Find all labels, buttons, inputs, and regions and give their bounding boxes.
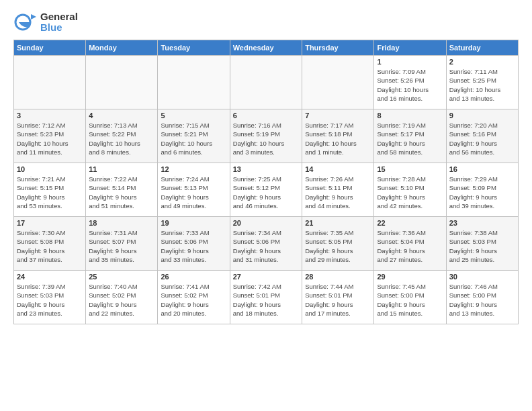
day-cell: 12Sunrise: 7:24 AMSunset: 5:13 PMDayligh… xyxy=(158,163,230,217)
day-info: Sunrise: 7:30 AMSunset: 5:08 PMDaylight:… xyxy=(17,228,83,264)
day-cell: 18Sunrise: 7:31 AMSunset: 5:07 PMDayligh… xyxy=(86,217,158,271)
day-cell: 6Sunrise: 7:16 AMSunset: 5:19 PMDaylight… xyxy=(230,109,302,163)
day-info: Sunrise: 7:19 AMSunset: 5:17 PMDaylight:… xyxy=(377,121,443,156)
day-cell: 7Sunrise: 7:17 AMSunset: 5:18 PMDaylight… xyxy=(302,109,374,163)
week-row-2: 3Sunrise: 7:12 AMSunset: 5:23 PMDaylight… xyxy=(14,109,519,163)
day-info: Sunrise: 7:25 AMSunset: 5:12 PMDaylight:… xyxy=(233,175,299,210)
day-info: Sunrise: 7:35 AMSunset: 5:05 PMDaylight:… xyxy=(305,228,371,264)
day-info: Sunrise: 7:15 AMSunset: 5:21 PMDaylight:… xyxy=(161,121,226,156)
day-info: Sunrise: 7:22 AMSunset: 5:14 PMDaylight:… xyxy=(89,175,154,210)
header: General Blue xyxy=(13,10,519,34)
day-info: Sunrise: 7:13 AMSunset: 5:22 PMDaylight:… xyxy=(89,121,154,156)
day-cell: 21Sunrise: 7:35 AMSunset: 5:05 PMDayligh… xyxy=(302,217,374,271)
day-number: 25 xyxy=(89,273,154,281)
day-info: Sunrise: 7:16 AMSunset: 5:19 PMDaylight:… xyxy=(233,121,299,156)
day-number: 9 xyxy=(449,111,515,120)
day-info: Sunrise: 7:31 AMSunset: 5:07 PMDaylight:… xyxy=(89,228,154,264)
day-info: Sunrise: 7:44 AMSunset: 5:01 PMDaylight:… xyxy=(305,282,371,318)
day-info: Sunrise: 7:20 AMSunset: 5:16 PMDaylight:… xyxy=(449,121,515,156)
day-cell xyxy=(230,56,302,109)
day-info: Sunrise: 7:45 AMSunset: 5:00 PMDaylight:… xyxy=(377,282,443,318)
day-cell xyxy=(14,56,86,109)
day-number: 19 xyxy=(161,219,226,227)
day-cell: 22Sunrise: 7:36 AMSunset: 5:04 PMDayligh… xyxy=(374,217,446,271)
week-row-1: 1Sunrise: 7:09 AMSunset: 5:26 PMDaylight… xyxy=(14,56,519,109)
day-cell: 17Sunrise: 7:30 AMSunset: 5:08 PMDayligh… xyxy=(14,217,86,271)
day-cell: 13Sunrise: 7:25 AMSunset: 5:12 PMDayligh… xyxy=(230,163,302,217)
day-cell: 8Sunrise: 7:19 AMSunset: 5:17 PMDaylight… xyxy=(374,109,446,163)
day-cell: 20Sunrise: 7:34 AMSunset: 5:06 PMDayligh… xyxy=(230,217,302,271)
weekday-thursday: Thursday xyxy=(302,40,374,56)
day-number: 3 xyxy=(17,111,83,120)
day-number: 27 xyxy=(233,273,299,281)
day-number: 12 xyxy=(161,165,226,173)
day-cell: 14Sunrise: 7:26 AMSunset: 5:11 PMDayligh… xyxy=(302,163,374,217)
day-info: Sunrise: 7:40 AMSunset: 5:02 PMDaylight:… xyxy=(89,282,154,318)
day-number: 26 xyxy=(161,273,226,281)
day-cell: 4Sunrise: 7:13 AMSunset: 5:22 PMDaylight… xyxy=(86,109,158,163)
weekday-wednesday: Wednesday xyxy=(230,40,302,56)
day-cell: 10Sunrise: 7:21 AMSunset: 5:15 PMDayligh… xyxy=(14,163,86,217)
day-cell xyxy=(86,56,158,109)
weekday-header-row: SundayMondayTuesdayWednesdayThursdayFrid… xyxy=(14,40,519,56)
day-cell: 15Sunrise: 7:28 AMSunset: 5:10 PMDayligh… xyxy=(374,163,446,217)
day-info: Sunrise: 7:39 AMSunset: 5:03 PMDaylight:… xyxy=(17,282,83,318)
day-info: Sunrise: 7:34 AMSunset: 5:06 PMDaylight:… xyxy=(233,228,299,264)
day-info: Sunrise: 7:36 AMSunset: 5:04 PMDaylight:… xyxy=(377,228,443,264)
day-cell: 11Sunrise: 7:22 AMSunset: 5:14 PMDayligh… xyxy=(86,163,158,217)
day-info: Sunrise: 7:21 AMSunset: 5:15 PMDaylight:… xyxy=(17,175,83,210)
weekday-saturday: Saturday xyxy=(446,40,518,56)
day-info: Sunrise: 7:09 AMSunset: 5:26 PMDaylight:… xyxy=(377,67,443,103)
day-info: Sunrise: 7:33 AMSunset: 5:06 PMDaylight:… xyxy=(161,228,226,264)
day-cell: 29Sunrise: 7:45 AMSunset: 5:00 PMDayligh… xyxy=(374,271,446,324)
day-cell: 23Sunrise: 7:38 AMSunset: 5:03 PMDayligh… xyxy=(446,217,518,271)
day-number: 30 xyxy=(449,273,515,281)
day-cell: 25Sunrise: 7:40 AMSunset: 5:02 PMDayligh… xyxy=(86,271,158,324)
day-info: Sunrise: 7:42 AMSunset: 5:01 PMDaylight:… xyxy=(233,282,299,318)
day-number: 2 xyxy=(449,58,515,66)
weekday-monday: Monday xyxy=(86,40,158,56)
day-info: Sunrise: 7:41 AMSunset: 5:02 PMDaylight:… xyxy=(161,282,226,318)
day-cell: 3Sunrise: 7:12 AMSunset: 5:23 PMDaylight… xyxy=(14,109,86,163)
day-cell: 28Sunrise: 7:44 AMSunset: 5:01 PMDayligh… xyxy=(302,271,374,324)
day-cell: 2Sunrise: 7:11 AMSunset: 5:25 PMDaylight… xyxy=(446,56,518,109)
day-info: Sunrise: 7:17 AMSunset: 5:18 PMDaylight:… xyxy=(305,121,371,156)
day-number: 23 xyxy=(449,219,515,227)
day-number: 7 xyxy=(305,111,371,120)
day-info: Sunrise: 7:46 AMSunset: 5:00 PMDaylight:… xyxy=(449,282,515,318)
calendar: SundayMondayTuesdayWednesdayThursdayFrid… xyxy=(13,40,519,324)
week-row-4: 17Sunrise: 7:30 AMSunset: 5:08 PMDayligh… xyxy=(14,217,519,271)
day-number: 4 xyxy=(89,111,154,120)
day-cell: 5Sunrise: 7:15 AMSunset: 5:21 PMDaylight… xyxy=(158,109,230,163)
day-number: 5 xyxy=(161,111,226,120)
day-cell: 16Sunrise: 7:29 AMSunset: 5:09 PMDayligh… xyxy=(446,163,518,217)
svg-marker-1 xyxy=(31,14,36,19)
day-number: 14 xyxy=(305,165,371,173)
day-cell xyxy=(302,56,374,109)
day-info: Sunrise: 7:29 AMSunset: 5:09 PMDaylight:… xyxy=(449,175,515,210)
day-number: 21 xyxy=(305,219,371,227)
week-row-3: 10Sunrise: 7:21 AMSunset: 5:15 PMDayligh… xyxy=(14,163,519,217)
day-cell: 27Sunrise: 7:42 AMSunset: 5:01 PMDayligh… xyxy=(230,271,302,324)
week-row-5: 24Sunrise: 7:39 AMSunset: 5:03 PMDayligh… xyxy=(14,271,519,324)
day-info: Sunrise: 7:11 AMSunset: 5:25 PMDaylight:… xyxy=(449,67,515,103)
day-cell xyxy=(158,56,230,109)
day-number: 24 xyxy=(17,273,83,281)
day-info: Sunrise: 7:38 AMSunset: 5:03 PMDaylight:… xyxy=(449,228,515,264)
day-number: 1 xyxy=(377,58,443,66)
logo: General Blue xyxy=(13,10,78,34)
day-number: 22 xyxy=(377,219,443,227)
day-info: Sunrise: 7:12 AMSunset: 5:23 PMDaylight:… xyxy=(17,121,83,156)
day-cell: 9Sunrise: 7:20 AMSunset: 5:16 PMDaylight… xyxy=(446,109,518,163)
day-info: Sunrise: 7:24 AMSunset: 5:13 PMDaylight:… xyxy=(161,175,226,210)
calendar-body: 1Sunrise: 7:09 AMSunset: 5:26 PMDaylight… xyxy=(14,56,519,324)
day-cell: 30Sunrise: 7:46 AMSunset: 5:00 PMDayligh… xyxy=(446,271,518,324)
day-number: 20 xyxy=(233,219,299,227)
day-number: 29 xyxy=(377,273,443,281)
day-info: Sunrise: 7:26 AMSunset: 5:11 PMDaylight:… xyxy=(305,175,371,210)
day-cell: 1Sunrise: 7:09 AMSunset: 5:26 PMDaylight… xyxy=(374,56,446,109)
day-number: 16 xyxy=(449,165,515,173)
day-number: 11 xyxy=(89,165,154,173)
weekday-tuesday: Tuesday xyxy=(158,40,230,56)
logo-text: General Blue xyxy=(40,11,78,34)
